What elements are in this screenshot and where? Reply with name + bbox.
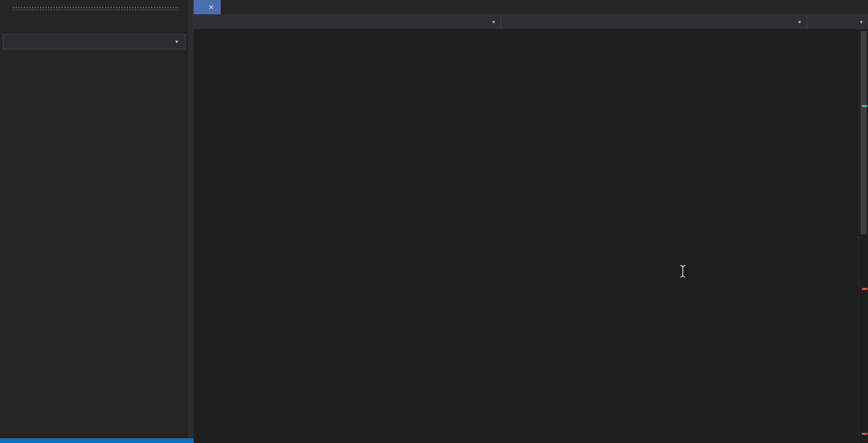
status-bar: [0, 438, 194, 443]
close-icon[interactable]: ×: [207, 3, 215, 12]
tab-bar: ×: [194, 0, 868, 14]
tab-package-manager-console[interactable]: [227, 0, 238, 14]
search-box: ▾: [3, 34, 186, 49]
search-input[interactable]: [3, 37, 163, 47]
editor-scrollbar[interactable]: [859, 29, 868, 443]
navigation-bar: ▾ ▾ ▾: [194, 14, 868, 29]
annotation-mark: [862, 105, 867, 107]
solution-tree: [0, 54, 188, 443]
search-options-caret-icon[interactable]: ▾: [175, 39, 185, 45]
tab-migration-file[interactable]: ×: [194, 0, 221, 14]
drag-grip[interactable]: [12, 5, 179, 10]
visual-studio-window: ▾ × ▾ ▾: [0, 0, 868, 443]
mouse-cursor-ibeam: [678, 264, 687, 281]
solution-explorer-toolbar: [0, 15, 188, 33]
panel-header: [0, 0, 188, 15]
chevron-down-icon[interactable]: ▾: [492, 19, 495, 25]
breadcrumb-member[interactable]: ▾: [807, 14, 868, 29]
chevron-down-icon[interactable]: ▾: [860, 19, 863, 25]
panel-splitter[interactable]: [188, 0, 194, 443]
code-editor[interactable]: [194, 29, 868, 443]
annotation-mark: [862, 288, 867, 290]
breadcrumb-project[interactable]: ▾: [194, 14, 501, 29]
scrollbar-th umb[interactable]: [861, 31, 867, 234]
annotation-mark: [862, 433, 867, 435]
breadcrumb-type[interactable]: ▾: [501, 14, 807, 29]
chevron-down-icon[interactable]: ▾: [798, 19, 801, 25]
editor-group: × ▾ ▾ ▾: [194, 0, 868, 443]
solution-explorer-panel: ▾: [0, 0, 188, 443]
